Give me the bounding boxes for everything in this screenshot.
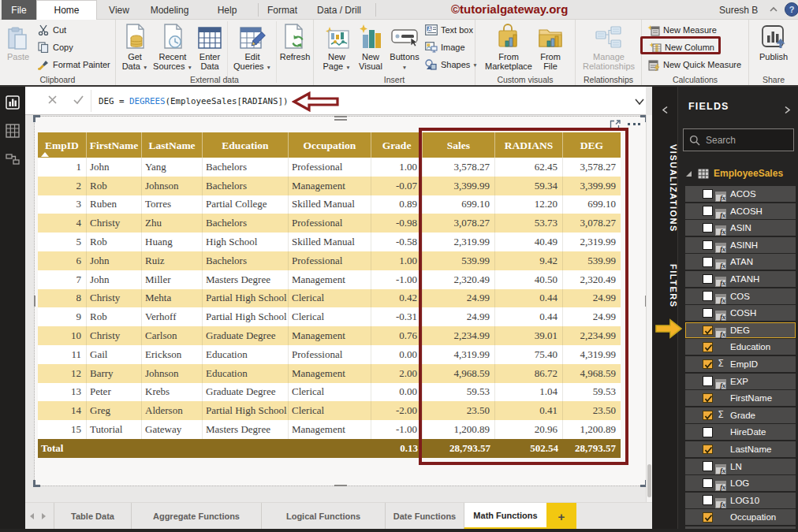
visualizations-pane-tab[interactable]: VISUALIZATIONS	[652, 129, 678, 247]
field-checkbox-checked[interactable]	[703, 411, 713, 421]
refresh-button[interactable]: Refresh	[278, 22, 312, 61]
from-file-button[interactable]: From File	[532, 22, 569, 71]
new-page-tab-button[interactable]: +	[546, 503, 576, 530]
column-header-grade[interactable]: Grade	[371, 132, 423, 158]
column-header-empid[interactable]: EmpID	[38, 132, 87, 158]
field-item-cosh[interactable]: fxCOSH	[685, 305, 796, 321]
report-view-icon[interactable]	[6, 95, 20, 110]
get-data-button[interactable]: Get Data▼	[117, 22, 152, 73]
field-search-box[interactable]: Search	[683, 128, 794, 151]
column-header-occupation[interactable]: Occupation	[289, 132, 371, 158]
field-checkbox-unchecked[interactable]	[703, 495, 713, 505]
field-checkbox-checked[interactable]	[703, 326, 713, 336]
field-item-cos[interactable]: fxCOS	[685, 288, 796, 304]
field-checkbox-checked[interactable]	[703, 342, 713, 352]
field-item-asinh[interactable]: fxASINH	[685, 237, 796, 253]
menu-tab-file[interactable]: File	[2, 0, 36, 20]
menu-tab-format[interactable]: Format	[260, 0, 304, 20]
publish-button[interactable]: Publish	[756, 22, 791, 61]
scroll-pages-left-icon[interactable]	[30, 513, 34, 519]
collapse-ribbon-icon[interactable]	[769, 6, 778, 13]
new-column-button[interactable]: New Column	[648, 39, 714, 55]
column-header-sales[interactable]: Sales	[423, 132, 495, 158]
column-header-deg[interactable]: DEG	[563, 132, 621, 158]
field-checkbox-unchecked[interactable]	[703, 206, 713, 216]
table-visual[interactable]: EmpIDFirstNameLastNameEducationOccupatio…	[35, 117, 646, 485]
field-checkbox-unchecked[interactable]	[703, 189, 713, 199]
field-item-occupation[interactable]: Occupation	[685, 509, 796, 525]
page-tab-table-data[interactable]: Table Data	[54, 503, 131, 530]
from-marketplace-button[interactable]: From Marketplace	[487, 22, 531, 71]
field-checkbox-checked[interactable]	[703, 359, 713, 370]
visual-drag-handle[interactable]	[334, 119, 347, 121]
new-measure-button[interactable]: New Measure	[647, 22, 717, 38]
page-tab-aggregate-functions[interactable]: Aggregate Functions	[131, 503, 261, 530]
field-item-empid[interactable]: ΣEmpID	[685, 356, 796, 372]
manage-relationships-button[interactable]: Manage Relationships	[580, 22, 637, 71]
recent-sources-button[interactable]: Recent Sources▼	[152, 22, 193, 73]
field-item-log[interactable]: fxLOG	[685, 475, 796, 491]
scroll-pages-right-icon[interactable]	[42, 513, 46, 519]
filters-pane-tab[interactable]: FILTERS	[652, 258, 678, 314]
field-checkbox-checked[interactable]	[703, 445, 713, 455]
image-button[interactable]: Image	[424, 39, 465, 55]
visual-resize-handle[interactable]	[334, 485, 347, 486]
field-item-hiredate[interactable]: HireDate	[685, 424, 796, 440]
paste-button[interactable]: Paste	[2, 22, 34, 61]
collapse-fields-pane-icon[interactable]	[783, 103, 792, 112]
field-checkbox-unchecked[interactable]	[703, 240, 713, 251]
cut-button[interactable]: Cut	[36, 22, 66, 38]
formula-input[interactable]: DEG = DEGREES(EmployeeSales[RADIANS])	[99, 87, 289, 115]
data-view-icon[interactable]	[6, 124, 20, 138]
menu-tab-view[interactable]: View	[97, 0, 141, 20]
text-box-button[interactable]: A Text box	[424, 22, 473, 38]
model-view-icon[interactable]	[6, 152, 20, 166]
help-icon[interactable]: ?	[785, 2, 798, 17]
field-item-grade[interactable]: ΣGrade	[685, 407, 796, 423]
new-visual-button[interactable]: New Visual	[354, 22, 387, 71]
field-checkbox-unchecked[interactable]	[703, 376, 713, 386]
field-checkbox-unchecked[interactable]	[703, 427, 713, 437]
formula-expand-icon[interactable]	[634, 95, 645, 105]
edit-queries-button[interactable]: Edit Queries▼	[229, 22, 276, 73]
field-item-education[interactable]: Education	[685, 339, 796, 355]
focus-mode-icon[interactable]	[610, 119, 621, 129]
formula-cancel-icon[interactable]	[45, 94, 59, 108]
fields-table-node[interactable]: EmployeeSales	[678, 165, 798, 182]
field-item-acos[interactable]: fxACOS	[685, 186, 796, 202]
column-header-education[interactable]: Education	[203, 132, 289, 158]
column-header-firstname[interactable]: FirstName	[87, 132, 142, 158]
field-item-atan[interactable]: fxATAN	[685, 254, 796, 270]
field-item-exp[interactable]: fxEXP	[685, 374, 796, 389]
page-tab-math-functions[interactable]: Math Functions	[464, 503, 546, 530]
column-header-lastname[interactable]: LastName	[142, 132, 203, 158]
field-item-asin[interactable]: fxASIN	[685, 220, 796, 236]
field-checkbox-unchecked[interactable]	[703, 257, 713, 267]
column-header-radians[interactable]: RADIANS	[495, 132, 563, 158]
field-item-ln[interactable]: fxLN	[685, 459, 796, 474]
field-checkbox-unchecked[interactable]	[703, 308, 713, 318]
menu-tab-help[interactable]: Help	[198, 0, 256, 20]
field-checkbox-unchecked[interactable]	[703, 223, 713, 233]
field-item-lastname[interactable]: LastName	[685, 441, 796, 457]
field-item-log10[interactable]: fxLOG10	[685, 493, 796, 508]
visual-resize-handle[interactable]	[34, 296, 35, 307]
more-options-icon[interactable]	[628, 121, 640, 126]
field-item-deg[interactable]: fxDEG	[685, 322, 796, 338]
menu-tab-data-drill[interactable]: Data / Drill	[304, 0, 374, 20]
visual-resize-handle[interactable]	[334, 116, 347, 117]
signed-in-user[interactable]: Suresh B	[719, 0, 758, 20]
field-checkbox-checked[interactable]	[703, 393, 713, 404]
format-painter-button[interactable]: Format Painter	[36, 57, 110, 73]
page-tab-date-functions[interactable]: Date Functions	[385, 503, 464, 530]
new-quick-measure-button[interactable]: New Quick Measure	[647, 57, 741, 73]
shapes-button[interactable]: Shapes▼	[424, 57, 478, 73]
copy-button[interactable]: Copy	[36, 39, 73, 55]
field-item-firstname[interactable]: FirstName	[685, 390, 796, 406]
field-checkbox-unchecked[interactable]	[703, 461, 713, 471]
menu-tab-home[interactable]: Home	[36, 0, 97, 20]
page-tab-logical-functions[interactable]: Logical Functions	[261, 503, 385, 530]
expand-pane-icon[interactable]	[661, 103, 669, 112]
visual-resize-handle[interactable]	[33, 115, 40, 122]
field-checkbox-unchecked[interactable]	[703, 478, 713, 489]
